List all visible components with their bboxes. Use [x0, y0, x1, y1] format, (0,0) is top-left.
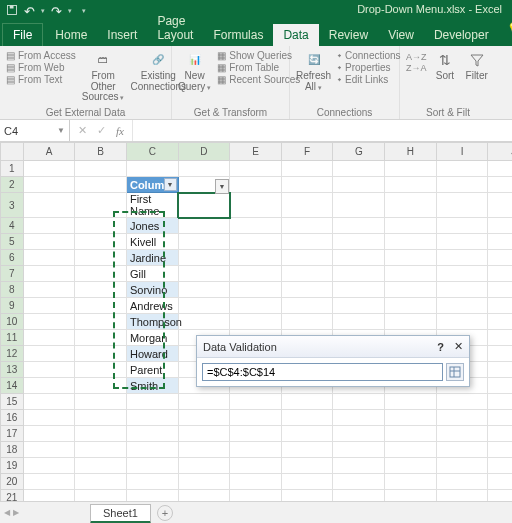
from-table-button[interactable]: ▦From Table: [217, 62, 300, 73]
tab-file[interactable]: File: [2, 23, 43, 46]
cell[interactable]: [436, 282, 488, 298]
row-header[interactable]: 13: [1, 362, 24, 378]
row-header[interactable]: 17: [1, 426, 24, 442]
cell[interactable]: [333, 314, 385, 330]
cell[interactable]: [75, 314, 127, 330]
cell[interactable]: [488, 234, 512, 250]
cell[interactable]: [488, 161, 512, 177]
cell[interactable]: [178, 161, 230, 177]
cell[interactable]: [126, 426, 178, 442]
cell[interactable]: Thompson: [126, 314, 178, 330]
cell[interactable]: [23, 442, 75, 458]
filter-dropdown-icon[interactable]: ▼: [164, 178, 177, 191]
cell[interactable]: [436, 314, 488, 330]
cell[interactable]: [230, 394, 282, 410]
dropdown-handle[interactable]: ▼: [215, 179, 229, 194]
cell[interactable]: [333, 250, 385, 266]
cell[interactable]: [281, 218, 333, 234]
cell[interactable]: [23, 458, 75, 474]
cell[interactable]: [23, 362, 75, 378]
row-header[interactable]: 20: [1, 474, 24, 490]
cell[interactable]: [281, 282, 333, 298]
cell[interactable]: [488, 266, 512, 282]
cell[interactable]: [23, 193, 75, 218]
cell[interactable]: [75, 282, 127, 298]
cell[interactable]: [281, 458, 333, 474]
cell[interactable]: [488, 177, 512, 193]
column-header[interactable]: I: [436, 143, 488, 161]
save-icon[interactable]: [6, 4, 18, 18]
from-access-button[interactable]: ▤From Access: [6, 50, 76, 61]
cell[interactable]: [75, 474, 127, 490]
filter-button[interactable]: Filter: [463, 48, 490, 82]
cell[interactable]: [230, 161, 282, 177]
cell[interactable]: [333, 426, 385, 442]
cell[interactable]: [126, 161, 178, 177]
cell[interactable]: [178, 266, 230, 282]
row-header[interactable]: 8: [1, 282, 24, 298]
cell[interactable]: [281, 266, 333, 282]
row-header[interactable]: 6: [1, 250, 24, 266]
cell[interactable]: [230, 266, 282, 282]
from-other-sources-button[interactable]: 🗃 From Other Sources: [82, 48, 125, 103]
cell[interactable]: [230, 314, 282, 330]
cell[interactable]: [436, 410, 488, 426]
cell[interactable]: [281, 474, 333, 490]
cell[interactable]: [436, 298, 488, 314]
cell[interactable]: [178, 442, 230, 458]
recent-sources-button[interactable]: ▦Recent Sources: [217, 74, 300, 85]
tell-me-search[interactable]: 💡 Tell me w: [507, 10, 512, 46]
cell[interactable]: [23, 266, 75, 282]
cell[interactable]: [126, 474, 178, 490]
cell[interactable]: [385, 426, 437, 442]
row-header[interactable]: 2: [1, 177, 24, 193]
cell[interactable]: [75, 362, 127, 378]
row-header[interactable]: 14: [1, 378, 24, 394]
column-header[interactable]: F: [281, 143, 333, 161]
tab-page-layout[interactable]: Page Layout: [147, 10, 203, 46]
cell[interactable]: [75, 394, 127, 410]
cell[interactable]: [281, 234, 333, 250]
cell[interactable]: [75, 426, 127, 442]
cell[interactable]: [23, 282, 75, 298]
chevron-down-icon[interactable]: ▼: [57, 126, 65, 135]
cell[interactable]: [436, 426, 488, 442]
column-header[interactable]: J: [488, 143, 512, 161]
cell[interactable]: [178, 298, 230, 314]
cell[interactable]: [333, 234, 385, 250]
cell[interactable]: [75, 458, 127, 474]
cell[interactable]: [230, 474, 282, 490]
cell[interactable]: [23, 330, 75, 346]
cell[interactable]: [385, 161, 437, 177]
cell[interactable]: [436, 234, 488, 250]
tab-data[interactable]: Data: [273, 24, 318, 46]
cell[interactable]: [436, 266, 488, 282]
cell[interactable]: [488, 362, 512, 378]
tab-view[interactable]: View: [378, 24, 424, 46]
column-header[interactable]: G: [333, 143, 385, 161]
cell[interactable]: [126, 458, 178, 474]
cell[interactable]: [23, 161, 75, 177]
prev-sheet-icon[interactable]: ◀: [4, 508, 10, 517]
cell[interactable]: [178, 282, 230, 298]
cell[interactable]: [281, 426, 333, 442]
row-header[interactable]: 19: [1, 458, 24, 474]
cell[interactable]: [385, 266, 437, 282]
row-header[interactable]: 18: [1, 442, 24, 458]
cell[interactable]: [488, 474, 512, 490]
cell[interactable]: [178, 394, 230, 410]
cell[interactable]: [488, 193, 512, 218]
row-header[interactable]: 7: [1, 266, 24, 282]
cell[interactable]: [436, 161, 488, 177]
cell[interactable]: [333, 266, 385, 282]
cell[interactable]: [178, 314, 230, 330]
cell[interactable]: [436, 442, 488, 458]
cell[interactable]: Kivell: [126, 234, 178, 250]
cell[interactable]: [333, 282, 385, 298]
cell[interactable]: [281, 161, 333, 177]
formula-input[interactable]: [132, 120, 512, 141]
row-header[interactable]: 15: [1, 394, 24, 410]
refresh-all-button[interactable]: 🔄 Refresh All: [296, 48, 331, 92]
cell[interactable]: [23, 250, 75, 266]
cell[interactable]: [281, 298, 333, 314]
